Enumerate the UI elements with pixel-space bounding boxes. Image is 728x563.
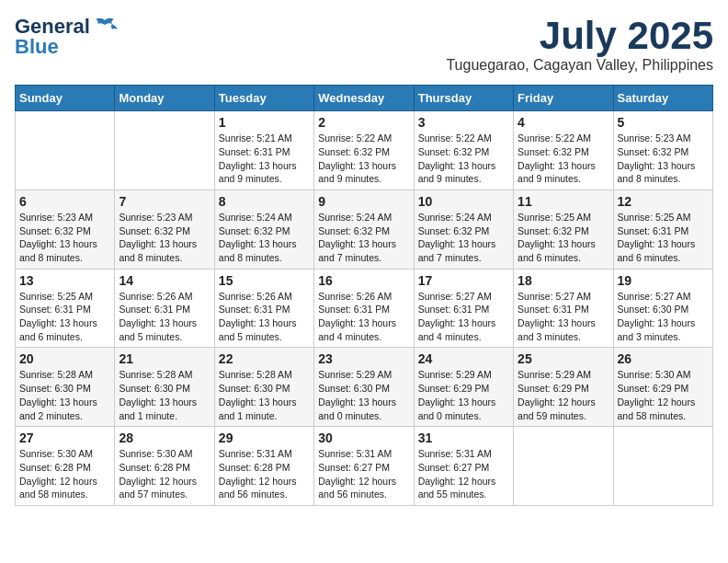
day-info: Sunrise: 5:29 AM Sunset: 6:30 PM Dayligh… [318, 368, 409, 422]
day-number: 10 [418, 194, 509, 209]
day-info: Sunrise: 5:30 AM Sunset: 6:29 PM Dayligh… [618, 368, 709, 422]
calendar-cell: 28Sunrise: 5:30 AM Sunset: 6:28 PM Dayli… [115, 427, 214, 506]
header-wednesday: Wednesday [314, 86, 414, 111]
day-info: Sunrise: 5:28 AM Sunset: 6:30 PM Dayligh… [119, 368, 210, 422]
calendar-cell: 26Sunrise: 5:30 AM Sunset: 6:29 PM Dayli… [613, 348, 712, 427]
day-info: Sunrise: 5:24 AM Sunset: 6:32 PM Dayligh… [219, 211, 310, 265]
calendar-cell: 2Sunrise: 5:22 AM Sunset: 6:32 PM Daylig… [314, 111, 414, 190]
day-number: 27 [19, 431, 110, 445]
day-info: Sunrise: 5:31 AM Sunset: 6:27 PM Dayligh… [418, 447, 509, 501]
day-info: Sunrise: 5:26 AM Sunset: 6:31 PM Dayligh… [119, 290, 210, 344]
day-number: 26 [618, 351, 709, 366]
day-number: 12 [618, 194, 709, 209]
calendar-cell: 8Sunrise: 5:24 AM Sunset: 6:32 PM Daylig… [214, 190, 313, 269]
calendar-week-2: 6Sunrise: 5:23 AM Sunset: 6:32 PM Daylig… [16, 190, 713, 269]
header-tuesday: Tuesday [214, 86, 313, 111]
day-info: Sunrise: 5:22 AM Sunset: 6:32 PM Dayligh… [318, 132, 409, 186]
calendar-cell: 14Sunrise: 5:26 AM Sunset: 6:31 PM Dayli… [115, 269, 214, 348]
calendar-week-5: 27Sunrise: 5:30 AM Sunset: 6:28 PM Dayli… [16, 427, 713, 506]
day-number: 3 [418, 115, 509, 130]
day-info: Sunrise: 5:27 AM Sunset: 6:31 PM Dayligh… [518, 290, 609, 344]
calendar-cell: 21Sunrise: 5:28 AM Sunset: 6:30 PM Dayli… [115, 348, 214, 427]
calendar-week-3: 13Sunrise: 5:25 AM Sunset: 6:31 PM Dayli… [16, 269, 713, 348]
day-info: Sunrise: 5:27 AM Sunset: 6:31 PM Dayligh… [418, 290, 509, 344]
day-number: 19 [618, 273, 709, 288]
header-friday: Friday [514, 86, 613, 111]
day-info: Sunrise: 5:29 AM Sunset: 6:29 PM Dayligh… [418, 368, 509, 422]
day-number: 11 [518, 194, 609, 209]
day-number: 4 [518, 115, 609, 130]
calendar-cell: 15Sunrise: 5:26 AM Sunset: 6:31 PM Dayli… [214, 269, 313, 348]
calendar-cell: 4Sunrise: 5:22 AM Sunset: 6:32 PM Daylig… [514, 111, 613, 190]
header-monday: Monday [115, 86, 214, 111]
day-info: Sunrise: 5:26 AM Sunset: 6:31 PM Dayligh… [219, 290, 310, 344]
day-info: Sunrise: 5:25 AM Sunset: 6:31 PM Dayligh… [618, 211, 709, 265]
calendar-cell [16, 111, 115, 190]
day-number: 16 [318, 273, 409, 288]
day-info: Sunrise: 5:25 AM Sunset: 6:31 PM Dayligh… [19, 290, 110, 344]
calendar-cell: 19Sunrise: 5:27 AM Sunset: 6:30 PM Dayli… [613, 269, 712, 348]
header-thursday: Thursday [414, 86, 513, 111]
logo-bird-icon [92, 17, 118, 37]
calendar-cell: 22Sunrise: 5:28 AM Sunset: 6:30 PM Dayli… [214, 348, 313, 427]
calendar-header-row: SundayMondayTuesdayWednesdayThursdayFrid… [16, 86, 713, 111]
calendar-cell: 17Sunrise: 5:27 AM Sunset: 6:31 PM Dayli… [414, 269, 513, 348]
day-number: 13 [19, 273, 110, 288]
day-info: Sunrise: 5:31 AM Sunset: 6:27 PM Dayligh… [318, 447, 409, 501]
day-number: 2 [318, 115, 409, 130]
header-sunday: Sunday [16, 86, 115, 111]
day-number: 29 [219, 431, 310, 445]
calendar-cell: 18Sunrise: 5:27 AM Sunset: 6:31 PM Dayli… [514, 269, 613, 348]
day-number: 5 [618, 115, 709, 130]
day-number: 28 [119, 431, 210, 445]
day-info: Sunrise: 5:23 AM Sunset: 6:32 PM Dayligh… [19, 211, 110, 265]
title-area: July 2025 Tuguegarao, Cagayan Valley, Ph… [446, 15, 713, 74]
location-title: Tuguegarao, Cagayan Valley, Philippines [446, 57, 713, 74]
day-info: Sunrise: 5:23 AM Sunset: 6:32 PM Dayligh… [618, 132, 709, 186]
calendar-cell: 13Sunrise: 5:25 AM Sunset: 6:31 PM Dayli… [16, 269, 115, 348]
day-info: Sunrise: 5:27 AM Sunset: 6:30 PM Dayligh… [618, 290, 709, 344]
calendar-cell: 27Sunrise: 5:30 AM Sunset: 6:28 PM Dayli… [16, 427, 115, 506]
day-info: Sunrise: 5:25 AM Sunset: 6:32 PM Dayligh… [518, 211, 609, 265]
calendar-week-1: 1Sunrise: 5:21 AM Sunset: 6:31 PM Daylig… [16, 111, 713, 190]
day-number: 14 [119, 273, 210, 288]
calendar-cell: 16Sunrise: 5:26 AM Sunset: 6:31 PM Dayli… [314, 269, 414, 348]
calendar-cell: 11Sunrise: 5:25 AM Sunset: 6:32 PM Dayli… [514, 190, 613, 269]
day-number: 17 [418, 273, 509, 288]
day-info: Sunrise: 5:28 AM Sunset: 6:30 PM Dayligh… [19, 368, 110, 422]
calendar-cell: 25Sunrise: 5:29 AM Sunset: 6:29 PM Dayli… [514, 348, 613, 427]
calendar-cell: 9Sunrise: 5:24 AM Sunset: 6:32 PM Daylig… [314, 190, 414, 269]
logo: General Blue [15, 15, 118, 59]
day-info: Sunrise: 5:30 AM Sunset: 6:28 PM Dayligh… [119, 447, 210, 501]
calendar-cell [115, 111, 214, 190]
calendar-cell [514, 427, 613, 506]
calendar-cell: 30Sunrise: 5:31 AM Sunset: 6:27 PM Dayli… [314, 427, 414, 506]
day-info: Sunrise: 5:21 AM Sunset: 6:31 PM Dayligh… [219, 132, 310, 186]
day-info: Sunrise: 5:24 AM Sunset: 6:32 PM Dayligh… [418, 211, 509, 265]
day-number: 15 [219, 273, 310, 288]
day-info: Sunrise: 5:26 AM Sunset: 6:31 PM Dayligh… [318, 290, 409, 344]
day-number: 9 [318, 194, 409, 209]
day-number: 18 [518, 273, 609, 288]
calendar-cell: 29Sunrise: 5:31 AM Sunset: 6:28 PM Dayli… [214, 427, 313, 506]
day-number: 1 [219, 115, 310, 130]
calendar-cell: 20Sunrise: 5:28 AM Sunset: 6:30 PM Dayli… [16, 348, 115, 427]
calendar-cell: 3Sunrise: 5:22 AM Sunset: 6:32 PM Daylig… [414, 111, 513, 190]
day-number: 22 [219, 351, 310, 366]
calendar-cell: 24Sunrise: 5:29 AM Sunset: 6:29 PM Dayli… [414, 348, 513, 427]
header: General Blue July 2025 Tuguegarao, Cagay… [15, 15, 713, 74]
day-info: Sunrise: 5:22 AM Sunset: 6:32 PM Dayligh… [518, 132, 609, 186]
calendar-cell: 10Sunrise: 5:24 AM Sunset: 6:32 PM Dayli… [414, 190, 513, 269]
day-number: 21 [119, 351, 210, 366]
calendar-cell: 12Sunrise: 5:25 AM Sunset: 6:31 PM Dayli… [613, 190, 712, 269]
calendar-cell: 7Sunrise: 5:23 AM Sunset: 6:32 PM Daylig… [115, 190, 214, 269]
logo-blue: Blue [15, 35, 59, 59]
calendar-cell: 23Sunrise: 5:29 AM Sunset: 6:30 PM Dayli… [314, 348, 414, 427]
day-number: 31 [418, 431, 509, 445]
day-number: 6 [19, 194, 110, 209]
calendar-cell [613, 427, 712, 506]
day-number: 30 [318, 431, 409, 445]
day-info: Sunrise: 5:23 AM Sunset: 6:32 PM Dayligh… [119, 211, 210, 265]
calendar-week-4: 20Sunrise: 5:28 AM Sunset: 6:30 PM Dayli… [16, 348, 713, 427]
day-number: 8 [219, 194, 310, 209]
